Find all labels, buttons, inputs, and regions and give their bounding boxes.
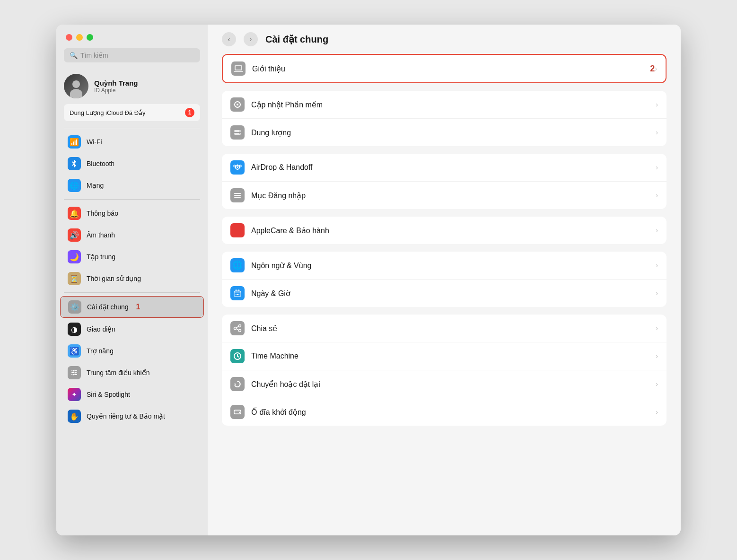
laptop-icon (231, 61, 246, 76)
hourglass-icon: ⏳ (68, 272, 81, 285)
share-icon (230, 321, 245, 335)
sidebar-item-notifications[interactable]: 🔔 Thông báo (60, 203, 204, 224)
sidebar-item-label: Tập trung (87, 253, 115, 261)
chevron-icon: › (656, 324, 658, 332)
svg-point-37 (239, 330, 241, 332)
disk-icon (230, 405, 245, 419)
sidebar-item-sound[interactable]: 🔊 Âm thanh (60, 225, 204, 245)
about-label: Giới thiệu (252, 64, 646, 73)
bluetooth-icon (68, 157, 81, 170)
transfer-row[interactable]: Chuyển hoặc đặt lại › (222, 370, 667, 398)
sidebar-item-wifi[interactable]: 📶 Wi-Fi (60, 131, 204, 152)
svg-point-6 (74, 372, 76, 374)
svg-point-35 (239, 325, 241, 327)
about-number: 2 (650, 64, 655, 74)
sidebar-item-screentime[interactable]: ⏳ Thời gian sử dụng (60, 268, 204, 289)
header: ‹ › Cài đặt chung (208, 25, 681, 54)
accessibility-icon: ♿ (68, 344, 81, 358)
login-label: Mục Đăng nhập (251, 191, 656, 200)
svg-rect-16 (240, 104, 241, 105)
icloud-banner[interactable]: Dung Lượng iCloud Đã Đầy 1 (64, 104, 200, 121)
settings-section-update: Cập nhật Phần mềm › Dung lượng › (222, 91, 667, 146)
about-row[interactable]: Giới thiệu 2 › (223, 55, 666, 82)
svg-rect-10 (234, 71, 243, 72)
chevron-icon: › (656, 352, 658, 360)
startup-row[interactable]: Ổ đĩa khởi động › (222, 398, 667, 426)
gear-update-icon (230, 97, 245, 112)
siri-icon: ✦ (68, 388, 81, 401)
sidebar-item-general[interactable]: ⚙️ Cài đặt chung 1 (60, 296, 204, 318)
system-preferences-window: 🔍 Tìm kiếm Quỳnh Trang ID Apple Dung Lượ… (56, 25, 681, 535)
sliders-icon (68, 366, 81, 379)
speaker-icon: 🔊 (68, 228, 81, 242)
sidebar-item-accessibility[interactable]: ♿ Trợ năng (60, 341, 204, 361)
sharing-row[interactable]: Chia sẻ › (222, 315, 667, 342)
airdrop-row[interactable]: AirDrop & Handoff › (222, 154, 667, 182)
sidebar-item-label: Bluetooth (87, 160, 114, 167)
language-row[interactable]: 🌐 Ngôn ngữ & Vùng › (222, 252, 667, 280)
clock-icon (230, 349, 245, 363)
sidebar-item-label: Giao diện (87, 325, 115, 333)
moon-icon: 🌙 (68, 250, 81, 263)
chevron-icon: › (656, 192, 658, 199)
svg-point-12 (237, 104, 238, 105)
user-profile[interactable]: Quỳnh Trang ID Apple (56, 70, 208, 104)
svg-rect-31 (238, 289, 239, 291)
datetime-row[interactable]: Ngày & Giờ › (222, 280, 667, 307)
svg-rect-15 (234, 104, 235, 105)
sidebar-item-label: Thông báo (87, 210, 118, 217)
user-name: Quỳnh Trang (94, 79, 138, 87)
chevron-icon: › (656, 380, 658, 388)
storage-row[interactable]: Dung lượng › (222, 119, 667, 146)
sidebar-item-bluetooth[interactable]: Bluetooth (60, 153, 204, 174)
chevron-icon: › (655, 65, 657, 72)
sidebar-item-siri[interactable]: ✦ Siri & Spotlight (60, 384, 204, 405)
settings-section-about: Giới thiệu 2 › (222, 54, 667, 83)
svg-rect-13 (237, 101, 238, 102)
login-row[interactable]: Mục Đăng nhập › (222, 182, 667, 209)
svg-point-36 (234, 327, 237, 330)
icloud-badge: 1 (185, 108, 194, 117)
divider (64, 128, 200, 128)
sidebar-item-network[interactable]: 🌐 Mạng (60, 175, 204, 196)
timemachine-row[interactable]: Time Machine › (222, 342, 667, 370)
svg-rect-27 (234, 197, 241, 198)
applecare-row[interactable]: AppleCare & Bảo hành › (222, 217, 667, 244)
close-button[interactable] (66, 34, 72, 41)
search-bar[interactable]: 🔍 Tìm kiếm (64, 48, 200, 62)
calendar-icon (230, 286, 245, 300)
divider2 (64, 199, 200, 200)
transfer-label: Chuyển hoặc đặt lại (251, 380, 656, 389)
sidebar-item-label: Trợ năng (87, 347, 114, 355)
sidebar-item-controlcenter[interactable]: Trung tâm điều khiển (60, 362, 204, 383)
user-info: Quỳnh Trang ID Apple (94, 79, 138, 94)
airdrop-icon (230, 160, 245, 175)
svg-point-23 (234, 165, 236, 167)
back-button[interactable]: ‹ (222, 32, 236, 46)
svg-line-1 (72, 164, 74, 166)
server-icon (230, 125, 245, 140)
sidebar-item-privacy[interactable]: ✋ Quyền riêng tư & Bảo mật (60, 406, 204, 427)
svg-rect-29 (234, 291, 241, 293)
sidebar-item-label: Mạng (87, 182, 104, 189)
hand-icon: ✋ (68, 410, 81, 423)
forward-button[interactable]: › (244, 32, 258, 46)
svg-marker-43 (234, 384, 236, 385)
minimize-button[interactable] (76, 34, 83, 41)
software-update-row[interactable]: Cập nhật Phần mềm › (222, 91, 667, 119)
list-icon (230, 188, 245, 202)
storage-label: Dung lượng (251, 128, 656, 137)
reset-icon (230, 377, 245, 391)
svg-point-46 (239, 412, 240, 413)
search-input[interactable]: Tìm kiếm (80, 52, 108, 59)
svg-rect-26 (234, 195, 241, 196)
sidebar-item-focus[interactable]: 🌙 Tập trung (60, 246, 204, 267)
svg-point-7 (72, 374, 74, 376)
search-icon: 🔍 (70, 52, 78, 59)
gear-icon: ⚙️ (68, 300, 81, 314)
chevron-icon: › (656, 408, 658, 416)
sidebar-item-label: Âm thanh (87, 231, 115, 239)
svg-line-42 (237, 356, 239, 357)
maximize-button[interactable] (87, 34, 93, 41)
sidebar-item-appearance[interactable]: ◑ Giao diện (60, 319, 204, 340)
